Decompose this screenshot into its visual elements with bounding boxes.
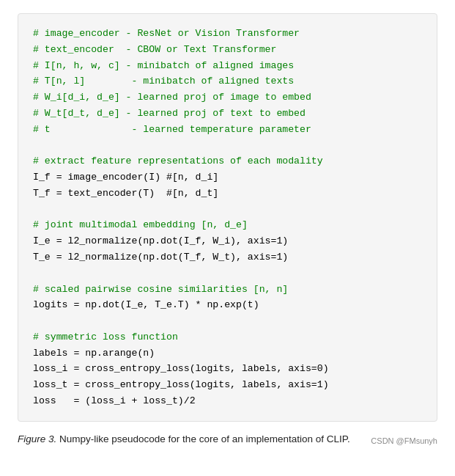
main-container: # image_encoder - ResNet or Vision Trans…	[0, 0, 455, 458]
caption-source: CSDN @FMsunyh	[371, 435, 437, 447]
caption-figure-label: Figure 3.	[18, 433, 56, 444]
caption-text: Figure 3. Numpy-like pseudocode for the …	[18, 432, 371, 447]
caption-description: Numpy-like pseudocode for the core of an…	[56, 433, 349, 444]
code-block: # image_encoder - ResNet or Vision Trans…	[18, 13, 437, 422]
figure-caption: Figure 3. Numpy-like pseudocode for the …	[18, 432, 437, 447]
